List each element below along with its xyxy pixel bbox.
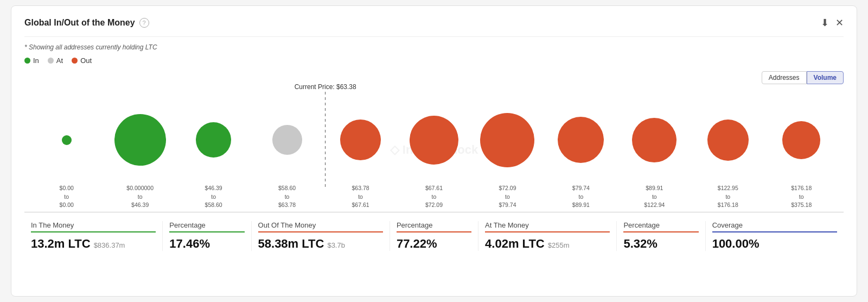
price-label-0: $0.00to$0.00 [60,184,74,212]
download-icon[interactable]: ⬇ [821,17,829,29]
price-label-3: $58.60to$63.78 [278,184,296,212]
at-the-money-underline [485,231,610,232]
stat-out-the-money: Out Of The Money 58.38m LTC $3.7b [252,221,390,251]
bubble-10 [782,121,820,159]
bubble-wrap-7 [558,99,604,181]
bubble-wrap-0 [62,99,72,181]
legend-label-out: Out [80,56,92,65]
help-icon[interactable]: ? [139,18,149,28]
bubble-9 [707,119,749,161]
chart-column-7: $79.74to$89.91 [544,99,617,212]
subtitle: * Showing all addresses currently holdin… [24,43,844,51]
chart-column-2: $46.39to$58.60 [177,99,250,212]
bubble-wrap-2 [196,99,231,181]
coverage-label: Coverage [712,221,837,229]
current-price-label: Current Price: $63.38 [295,83,356,91]
bubble-5 [410,116,458,165]
atm-pct-underline [623,231,698,232]
header-right: ⬇ ✕ [821,17,844,29]
stat-in-the-money: In The Money 13.2m LTC $836.37m [24,221,163,251]
header: Global In/Out of the Money ? ⬇ ✕ [24,17,844,37]
addresses-button[interactable]: Addresses [762,71,807,84]
legend-dot-out [72,58,78,64]
chart-column-3: Current Price: $63.38$58.60to$63.78 [250,99,323,212]
bubble-wrap-6 [480,99,534,181]
bubble-1 [114,114,166,166]
price-label-1: $0.000000to$46.39 [126,184,154,212]
otm-pct-underline [397,231,471,232]
bubble-wrap-1 [114,99,166,181]
close-icon[interactable]: ✕ [835,17,844,29]
bubble-0 [62,135,72,145]
header-left: Global In/Out of the Money ? [24,18,149,28]
bubble-wrap-8 [632,99,676,181]
price-label-4: $63.78to$67.61 [352,184,369,212]
legend-in: In [24,56,39,65]
page-title: Global In/Out of the Money [24,18,135,28]
chart-column-1: $0.000000to$46.39 [103,99,176,212]
price-label-8: $89.91to$122.94 [644,184,665,212]
itm-pct-underline [169,231,244,232]
out-the-money-underline [258,231,383,232]
bubble-7 [558,117,604,163]
price-label-6: $72.09to$79.74 [499,184,516,212]
chart-column-8: $89.91to$122.94 [618,99,691,212]
legend-at: At [48,56,63,65]
itm-percentage: 17.46% [169,237,244,251]
stat-atm-pct: Percentage 5.32% [617,221,705,251]
chart-container: ◇ IntoTheBlock $0.00to$0.00$0.000000to$4… [24,87,844,212]
in-the-money-value: 13.2m LTC $836.37m [31,237,156,251]
bubble-wrap-5 [410,99,458,181]
price-label-10: $176.18to$375.18 [791,184,812,212]
in-the-money-label: In The Money [31,221,156,229]
stat-itm-pct: Percentage 17.46% [163,221,251,251]
price-label-2: $46.39to$58.60 [205,184,222,212]
price-label-9: $122.95to$176.18 [718,184,738,212]
current-price-dashed-line [325,92,326,187]
out-the-money-value: 58.38m LTC $3.7b [258,237,383,251]
legend-label-at: At [56,56,63,65]
current-price-marker: Current Price: $63.38 [295,83,356,187]
bubble-2 [196,122,231,158]
stat-coverage: Coverage 100.00% [706,221,844,251]
chart-column-6: $72.09to$79.74 [471,99,544,212]
legend-dot-in [24,58,30,64]
chart-column-9: $122.95to$176.18 [691,99,764,212]
otm-percentage: 77.22% [397,237,471,251]
at-the-money-value: 4.02m LTC $255m [485,237,610,251]
legend-label-in: In [33,56,39,65]
legend-out: Out [72,56,92,65]
out-the-money-label: Out Of The Money [258,221,383,229]
chart-column-0: $0.00to$0.00 [30,99,103,212]
in-the-money-underline [31,231,156,232]
chart-controls: Addresses Volume [24,71,844,84]
price-label-7: $79.74to$89.91 [572,184,590,212]
at-the-money-label: At The Money [485,221,610,229]
atm-percentage: 5.32% [623,237,698,251]
chart-column-10: $176.18to$375.18 [765,99,838,212]
price-label-5: $67.61to$72.09 [425,184,443,212]
stat-otm-pct: Percentage 77.22% [390,221,478,251]
bubble-8 [632,118,676,162]
stats-row: In The Money 13.2m LTC $836.37m Percenta… [24,212,844,251]
bubble-6 [480,113,534,167]
bubble-chart: $0.00to$0.00$0.000000to$46.39$46.39to$58… [24,87,844,212]
stat-at-the-money: At The Money 4.02m LTC $255m [478,221,617,251]
legend: In At Out [24,56,844,65]
main-card: Global In/Out of the Money ? ⬇ ✕ * Showi… [11,5,857,297]
legend-dot-at [48,58,54,64]
chart-column-5: $67.61to$72.09 [397,99,470,212]
coverage-percentage: 100.00% [712,237,837,251]
coverage-underline [712,231,837,232]
bubble-wrap-10 [782,99,820,181]
bubble-wrap-9 [707,99,749,181]
volume-button[interactable]: Volume [807,71,844,84]
